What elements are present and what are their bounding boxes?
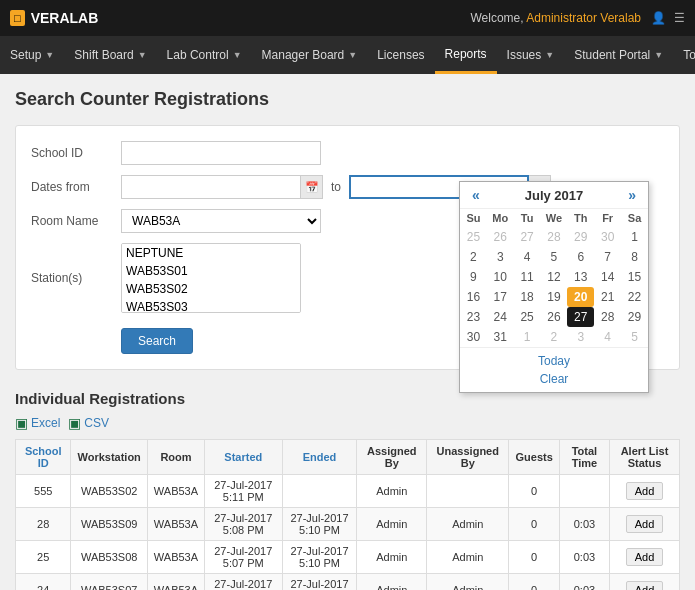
table-cell-status: Add bbox=[610, 574, 680, 591]
col-ended[interactable]: Ended bbox=[282, 440, 357, 475]
calendar-day[interactable]: 3 bbox=[487, 247, 514, 267]
calendar-clear[interactable]: Clear bbox=[464, 370, 644, 388]
csv-export[interactable]: ▣ CSV bbox=[68, 415, 109, 431]
top-right-icons: 👤 ☰ bbox=[651, 11, 685, 25]
nav-issues[interactable]: Issues ▼ bbox=[497, 36, 565, 74]
calendar-prev[interactable]: « bbox=[468, 187, 484, 203]
calendar-day[interactable]: 30 bbox=[594, 227, 621, 247]
add-button[interactable]: Add bbox=[626, 515, 664, 533]
menu-icon[interactable]: ☰ bbox=[674, 11, 685, 25]
logo-icon: □ bbox=[10, 10, 25, 26]
add-button[interactable]: Add bbox=[626, 482, 664, 500]
calendar-header: « July 2017 » bbox=[460, 182, 648, 209]
calendar-day[interactable]: 28 bbox=[594, 307, 621, 327]
calendar-day[interactable]: 12 bbox=[541, 267, 568, 287]
calendar-day[interactable]: 25 bbox=[514, 307, 541, 327]
calendar-day[interactable]: 16 bbox=[460, 287, 487, 307]
table-cell: Admin bbox=[427, 574, 509, 591]
nav-manager-board[interactable]: Manager Board ▼ bbox=[252, 36, 368, 74]
stations-listbox[interactable]: NEPTUNE WAB53S01 WAB53S02 WAB53S03 WAB53… bbox=[121, 243, 301, 313]
calendar-day[interactable]: 8 bbox=[621, 247, 648, 267]
calendar-day[interactable]: 2 bbox=[541, 327, 568, 347]
calendar-day[interactable]: 26 bbox=[541, 307, 568, 327]
calendar-day[interactable]: 1 bbox=[621, 227, 648, 247]
registrations-table: School ID Workstation Room Started Ended… bbox=[15, 439, 680, 590]
cal-day-fr: Fr bbox=[594, 209, 621, 227]
table-row: 28WAB53S09WAB53A27-Jul-2017 5:08 PM27-Ju… bbox=[16, 508, 680, 541]
table-cell: 0 bbox=[509, 574, 559, 591]
calendar-day[interactable]: 5 bbox=[621, 327, 648, 347]
calendar-day[interactable]: 15 bbox=[621, 267, 648, 287]
cal-day-mo: Mo bbox=[487, 209, 514, 227]
nav-shift-board[interactable]: Shift Board ▼ bbox=[64, 36, 156, 74]
table-cell: WAB53S09 bbox=[71, 508, 147, 541]
nav-licenses[interactable]: Licenses bbox=[367, 36, 434, 74]
calendar-day[interactable]: 23 bbox=[460, 307, 487, 327]
nav-bar: Setup ▼ Shift Board ▼ Lab Control ▼ Mana… bbox=[0, 36, 695, 74]
calendar-day[interactable]: 29 bbox=[621, 307, 648, 327]
calendar-day[interactable]: 24 bbox=[487, 307, 514, 327]
dates-from-input[interactable] bbox=[121, 175, 301, 199]
table-row: 24WAB53S07WAB53A27-Jul-2017 5:07 PM27-Ju… bbox=[16, 574, 680, 591]
calendar-day[interactable]: 2 bbox=[460, 247, 487, 267]
calendar-day[interactable]: 27 bbox=[514, 227, 541, 247]
calendar-next[interactable]: » bbox=[624, 187, 640, 203]
calendar-day[interactable]: 21 bbox=[594, 287, 621, 307]
nav-lab-control[interactable]: Lab Control ▼ bbox=[157, 36, 252, 74]
calendar-day[interactable]: 20 bbox=[567, 287, 594, 307]
table-cell: WAB53A bbox=[147, 475, 204, 508]
nav-student-portal[interactable]: Student Portal ▼ bbox=[564, 36, 673, 74]
calendar-day[interactable]: 4 bbox=[514, 247, 541, 267]
main-content: Search Counter Registrations School ID D… bbox=[0, 74, 695, 590]
cal-day-we: We bbox=[541, 209, 568, 227]
calendar-day[interactable]: 29 bbox=[567, 227, 594, 247]
school-id-input[interactable] bbox=[121, 141, 321, 165]
calendar-day[interactable]: 18 bbox=[514, 287, 541, 307]
calendar-day[interactable]: 26 bbox=[487, 227, 514, 247]
calendar-day[interactable]: 10 bbox=[487, 267, 514, 287]
nav-reports[interactable]: Reports bbox=[435, 36, 497, 74]
calendar-day[interactable]: 11 bbox=[514, 267, 541, 287]
dates-from-calendar-icon[interactable]: 📅 bbox=[301, 175, 323, 199]
calendar-day[interactable]: 14 bbox=[594, 267, 621, 287]
col-school-id[interactable]: School ID bbox=[16, 440, 71, 475]
table-cell: 27-Jul-2017 5:10 PM bbox=[282, 541, 357, 574]
table-cell: Admin bbox=[357, 508, 427, 541]
room-name-label: Room Name bbox=[31, 214, 121, 228]
station-option-3: WAB53S03 bbox=[122, 298, 300, 313]
calendar-day[interactable]: 31 bbox=[487, 327, 514, 347]
calendar-day[interactable]: 19 bbox=[541, 287, 568, 307]
calendar-day[interactable]: 6 bbox=[567, 247, 594, 267]
issues-arrow: ▼ bbox=[545, 50, 554, 60]
table-cell: 25 bbox=[16, 541, 71, 574]
calendar-day[interactable]: 7 bbox=[594, 247, 621, 267]
calendar-day[interactable]: 4 bbox=[594, 327, 621, 347]
add-button[interactable]: Add bbox=[626, 548, 664, 566]
excel-export[interactable]: ▣ Excel bbox=[15, 415, 60, 431]
search-button[interactable]: Search bbox=[121, 328, 193, 354]
user-icon[interactable]: 👤 bbox=[651, 11, 666, 25]
calendar-day[interactable]: 22 bbox=[621, 287, 648, 307]
table-cell: 27-Jul-2017 5:07 PM bbox=[205, 574, 282, 591]
nav-setup[interactable]: Setup ▼ bbox=[0, 36, 64, 74]
calendar-day[interactable]: 25 bbox=[460, 227, 487, 247]
calendar-day[interactable]: 9 bbox=[460, 267, 487, 287]
table-cell-status: Add bbox=[610, 541, 680, 574]
calendar-day[interactable]: 17 bbox=[487, 287, 514, 307]
calendar-day[interactable]: 3 bbox=[567, 327, 594, 347]
calendar-day[interactable]: 28 bbox=[541, 227, 568, 247]
room-name-select[interactable]: WAB53A bbox=[121, 209, 321, 233]
col-started[interactable]: Started bbox=[205, 440, 282, 475]
setup-arrow: ▼ bbox=[45, 50, 54, 60]
col-alert-status: Alert List Status bbox=[610, 440, 680, 475]
calendar-day[interactable]: 1 bbox=[514, 327, 541, 347]
calendar-today[interactable]: Today bbox=[464, 352, 644, 370]
manager-board-arrow: ▼ bbox=[348, 50, 357, 60]
nav-tools[interactable]: Tools ▼ bbox=[673, 36, 695, 74]
calendar-day[interactable]: 27 bbox=[567, 307, 594, 327]
calendar-day[interactable]: 5 bbox=[541, 247, 568, 267]
calendar-day[interactable]: 30 bbox=[460, 327, 487, 347]
add-button[interactable]: Add bbox=[626, 581, 664, 590]
csv-icon: ▣ bbox=[68, 415, 81, 431]
calendar-day[interactable]: 13 bbox=[567, 267, 594, 287]
